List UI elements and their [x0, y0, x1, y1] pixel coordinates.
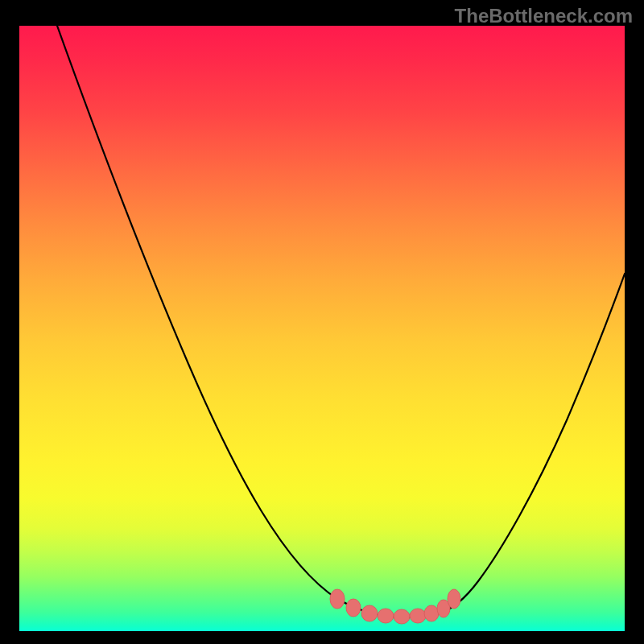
bottleneck-curve [57, 26, 625, 617]
marker-point [361, 605, 378, 621]
chart-frame: TheBottleneck.com [0, 0, 644, 644]
plot-area [19, 26, 625, 631]
marker-point [378, 609, 394, 623]
marker-point [424, 605, 439, 621]
marker-point [346, 599, 361, 617]
marker-point [330, 589, 345, 609]
marker-point [394, 609, 410, 624]
marker-point [410, 609, 426, 623]
curve-svg [19, 26, 625, 631]
marker-point [448, 589, 460, 609]
watermark-text: TheBottleneck.com [455, 5, 633, 27]
